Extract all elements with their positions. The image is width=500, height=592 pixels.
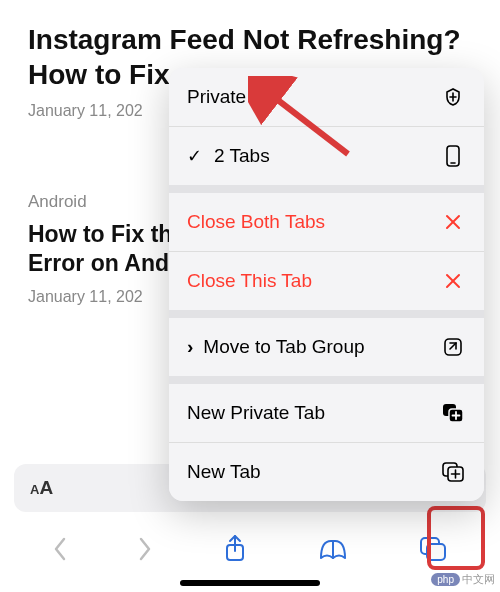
svg-line-11	[450, 343, 456, 349]
menu-item-new-private[interactable]: New Private Tab	[169, 384, 484, 442]
menu-item-new-tab[interactable]: New Tab	[169, 443, 484, 501]
menu-item-tabs-count[interactable]: ✓ 2 Tabs	[169, 127, 484, 185]
menu-label: Move to Tab Group	[203, 336, 440, 358]
menu-item-close-both[interactable]: Close Both Tabs	[169, 193, 484, 251]
safari-toolbar	[0, 524, 500, 574]
menu-item-close-this[interactable]: Close This Tab	[169, 252, 484, 310]
phone-icon	[440, 145, 466, 167]
menu-label: 2 Tabs	[214, 145, 440, 167]
forward-button[interactable]	[137, 536, 153, 562]
menu-label: New Tab	[187, 461, 440, 483]
chevron-right-icon: ›	[187, 336, 193, 358]
back-button[interactable]	[52, 536, 68, 562]
menu-item-private[interactable]: Private	[169, 68, 484, 126]
bookmarks-button[interactable]	[317, 536, 349, 562]
open-in-icon	[440, 337, 466, 357]
annotation-highlight-box	[427, 506, 485, 570]
home-indicator	[180, 580, 320, 586]
menu-label: Close Both Tabs	[187, 211, 440, 233]
menu-label: New Private Tab	[187, 402, 440, 424]
checkmark-icon: ✓	[187, 145, 202, 167]
menu-label: Close This Tab	[187, 270, 440, 292]
watermark: php中文网	[431, 572, 495, 587]
new-tab-icon	[440, 462, 466, 482]
private-icon	[440, 87, 466, 107]
tabs-context-menu: Private ✓ 2 Tabs Close Both Tabs Close T…	[169, 68, 484, 501]
text-size-icon[interactable]: AA	[30, 477, 53, 499]
close-icon	[440, 272, 466, 290]
menu-label: Private	[187, 86, 440, 108]
menu-item-move-group[interactable]: › Move to Tab Group	[169, 318, 484, 376]
share-button[interactable]	[222, 534, 248, 564]
close-icon	[440, 213, 466, 231]
new-private-tab-icon	[440, 403, 466, 423]
